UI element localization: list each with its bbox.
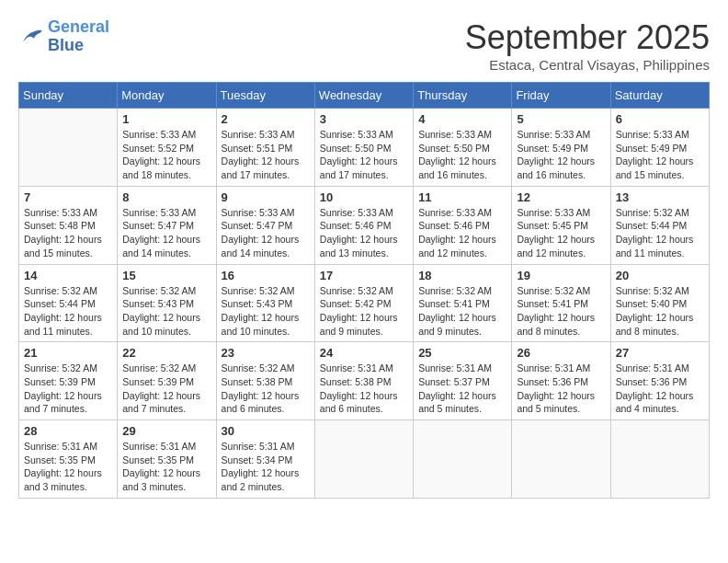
day-number: 27	[616, 346, 704, 360]
calendar-cell: 1Sunrise: 5:33 AMSunset: 5:52 PMDaylight…	[118, 109, 216, 187]
day-number: 26	[517, 346, 605, 360]
day-number: 1	[122, 112, 210, 126]
day-number: 22	[122, 346, 210, 360]
calendar-cell: 25Sunrise: 5:31 AMSunset: 5:37 PMDayligh…	[414, 342, 512, 420]
calendar-cell: 4Sunrise: 5:33 AMSunset: 5:50 PMDaylight…	[414, 109, 512, 187]
calendar-week-4: 21Sunrise: 5:32 AMSunset: 5:39 PMDayligh…	[19, 342, 710, 420]
day-info: Sunrise: 5:32 AMSunset: 5:41 PMDaylight:…	[517, 284, 605, 339]
day-info: Sunrise: 5:33 AMSunset: 5:45 PMDaylight:…	[517, 206, 605, 260]
calendar-cell: 13Sunrise: 5:32 AMSunset: 5:44 PMDayligh…	[610, 186, 709, 264]
calendar-cell	[512, 420, 610, 499]
header-saturday: Saturday	[610, 83, 709, 109]
calendar-cell: 17Sunrise: 5:32 AMSunset: 5:42 PMDayligh…	[314, 264, 413, 342]
day-info: Sunrise: 5:33 AMSunset: 5:47 PMDaylight:…	[222, 206, 310, 260]
calendar-cell	[414, 420, 512, 499]
day-number: 9	[222, 190, 310, 204]
day-number: 28	[24, 424, 112, 438]
calendar-cell: 26Sunrise: 5:31 AMSunset: 5:36 PMDayligh…	[512, 342, 610, 420]
calendar-table: SundayMondayTuesdayWednesdayThursdayFrid…	[18, 82, 710, 499]
calendar-cell: 12Sunrise: 5:33 AMSunset: 5:45 PMDayligh…	[512, 186, 610, 264]
day-info: Sunrise: 5:32 AMSunset: 5:39 PMDaylight:…	[24, 362, 112, 416]
logo: General Blue	[18, 18, 109, 55]
month-title: September 2025	[465, 18, 710, 57]
day-info: Sunrise: 5:31 AMSunset: 5:36 PMDaylight:…	[517, 362, 605, 416]
day-info: Sunrise: 5:31 AMSunset: 5:34 PMDaylight:…	[222, 440, 310, 494]
calendar-cell: 7Sunrise: 5:33 AMSunset: 5:48 PMDaylight…	[19, 186, 118, 264]
day-number: 10	[320, 190, 408, 204]
calendar-cell: 19Sunrise: 5:32 AMSunset: 5:41 PMDayligh…	[512, 264, 610, 342]
calendar-cell: 3Sunrise: 5:33 AMSunset: 5:50 PMDaylight…	[314, 109, 413, 187]
calendar-cell: 8Sunrise: 5:33 AMSunset: 5:47 PMDaylight…	[118, 186, 216, 264]
day-number: 14	[24, 269, 112, 282]
day-number: 4	[418, 112, 506, 126]
day-info: Sunrise: 5:33 AMSunset: 5:49 PMDaylight:…	[616, 128, 704, 182]
title-block: September 2025 Estaca, Central Visayas, …	[465, 18, 710, 73]
calendar-cell: 29Sunrise: 5:31 AMSunset: 5:35 PMDayligh…	[118, 420, 216, 499]
day-number: 7	[24, 190, 112, 204]
day-info: Sunrise: 5:33 AMSunset: 5:50 PMDaylight:…	[418, 128, 506, 182]
calendar-cell: 14Sunrise: 5:32 AMSunset: 5:44 PMDayligh…	[19, 264, 118, 342]
day-info: Sunrise: 5:32 AMSunset: 5:43 PMDaylight:…	[122, 284, 210, 339]
day-number: 24	[320, 346, 408, 360]
day-info: Sunrise: 5:31 AMSunset: 5:36 PMDaylight:…	[616, 362, 704, 416]
day-number: 18	[418, 269, 506, 282]
header-sunday: Sunday	[19, 83, 118, 109]
header-thursday: Thursday	[414, 83, 512, 109]
day-info: Sunrise: 5:32 AMSunset: 5:40 PMDaylight:…	[616, 284, 704, 339]
day-info: Sunrise: 5:33 AMSunset: 5:46 PMDaylight:…	[320, 206, 408, 260]
logo-general: General	[48, 17, 109, 36]
calendar-cell: 5Sunrise: 5:33 AMSunset: 5:49 PMDaylight…	[512, 109, 610, 187]
day-info: Sunrise: 5:32 AMSunset: 5:41 PMDaylight:…	[418, 284, 506, 339]
calendar-cell: 16Sunrise: 5:32 AMSunset: 5:43 PMDayligh…	[216, 264, 314, 342]
day-info: Sunrise: 5:32 AMSunset: 5:44 PMDaylight:…	[24, 284, 112, 339]
day-info: Sunrise: 5:33 AMSunset: 5:50 PMDaylight:…	[320, 128, 408, 182]
calendar-cell: 15Sunrise: 5:32 AMSunset: 5:43 PMDayligh…	[118, 264, 216, 342]
day-info: Sunrise: 5:33 AMSunset: 5:46 PMDaylight:…	[418, 206, 506, 260]
calendar-cell: 23Sunrise: 5:32 AMSunset: 5:38 PMDayligh…	[216, 342, 314, 420]
day-info: Sunrise: 5:32 AMSunset: 5:43 PMDaylight:…	[222, 284, 310, 339]
day-number: 19	[517, 269, 605, 282]
day-info: Sunrise: 5:32 AMSunset: 5:42 PMDaylight:…	[320, 284, 408, 339]
day-info: Sunrise: 5:32 AMSunset: 5:39 PMDaylight:…	[122, 362, 210, 416]
day-number: 6	[616, 112, 704, 126]
day-info: Sunrise: 5:32 AMSunset: 5:44 PMDaylight:…	[616, 206, 704, 260]
calendar-cell: 11Sunrise: 5:33 AMSunset: 5:46 PMDayligh…	[414, 186, 512, 264]
day-number: 29	[122, 424, 210, 438]
day-info: Sunrise: 5:33 AMSunset: 5:48 PMDaylight:…	[24, 206, 112, 260]
calendar-cell: 20Sunrise: 5:32 AMSunset: 5:40 PMDayligh…	[610, 264, 709, 342]
calendar-cell: 10Sunrise: 5:33 AMSunset: 5:46 PMDayligh…	[314, 186, 413, 264]
calendar-week-1: 1Sunrise: 5:33 AMSunset: 5:52 PMDaylight…	[19, 109, 710, 187]
calendar-cell: 6Sunrise: 5:33 AMSunset: 5:49 PMDaylight…	[610, 109, 709, 187]
header-tuesday: Tuesday	[216, 83, 314, 109]
day-info: Sunrise: 5:31 AMSunset: 5:35 PMDaylight:…	[122, 440, 210, 494]
day-number: 16	[222, 269, 310, 282]
calendar-cell	[610, 420, 709, 499]
day-info: Sunrise: 5:32 AMSunset: 5:38 PMDaylight:…	[222, 362, 310, 416]
logo-text: General Blue	[48, 18, 109, 55]
calendar-cell	[19, 109, 118, 187]
page-header: General Blue September 2025 Estaca, Cent…	[18, 18, 710, 73]
calendar-cell: 9Sunrise: 5:33 AMSunset: 5:47 PMDaylight…	[216, 186, 314, 264]
location: Estaca, Central Visayas, Philippines	[465, 57, 710, 73]
calendar-cell: 28Sunrise: 5:31 AMSunset: 5:35 PMDayligh…	[19, 420, 118, 499]
day-number: 20	[616, 269, 704, 282]
day-number: 5	[517, 112, 605, 126]
day-number: 8	[122, 190, 210, 204]
day-number: 2	[222, 112, 310, 126]
day-number: 12	[517, 190, 605, 204]
day-info: Sunrise: 5:33 AMSunset: 5:47 PMDaylight:…	[122, 206, 210, 260]
calendar-cell	[314, 420, 413, 499]
calendar-cell: 27Sunrise: 5:31 AMSunset: 5:36 PMDayligh…	[610, 342, 709, 420]
calendar-cell: 30Sunrise: 5:31 AMSunset: 5:34 PMDayligh…	[216, 420, 314, 499]
header-friday: Friday	[512, 83, 610, 109]
day-number: 17	[320, 269, 408, 282]
calendar-cell: 18Sunrise: 5:32 AMSunset: 5:41 PMDayligh…	[414, 264, 512, 342]
day-info: Sunrise: 5:31 AMSunset: 5:35 PMDaylight:…	[24, 440, 112, 494]
day-number: 23	[222, 346, 310, 360]
calendar-cell: 21Sunrise: 5:32 AMSunset: 5:39 PMDayligh…	[19, 342, 118, 420]
day-info: Sunrise: 5:33 AMSunset: 5:49 PMDaylight:…	[517, 128, 605, 182]
logo-blue: Blue	[48, 36, 84, 54]
calendar-header-row: SundayMondayTuesdayWednesdayThursdayFrid…	[19, 83, 710, 109]
logo-bird-icon	[18, 27, 44, 47]
calendar-week-5: 28Sunrise: 5:31 AMSunset: 5:35 PMDayligh…	[19, 420, 710, 499]
